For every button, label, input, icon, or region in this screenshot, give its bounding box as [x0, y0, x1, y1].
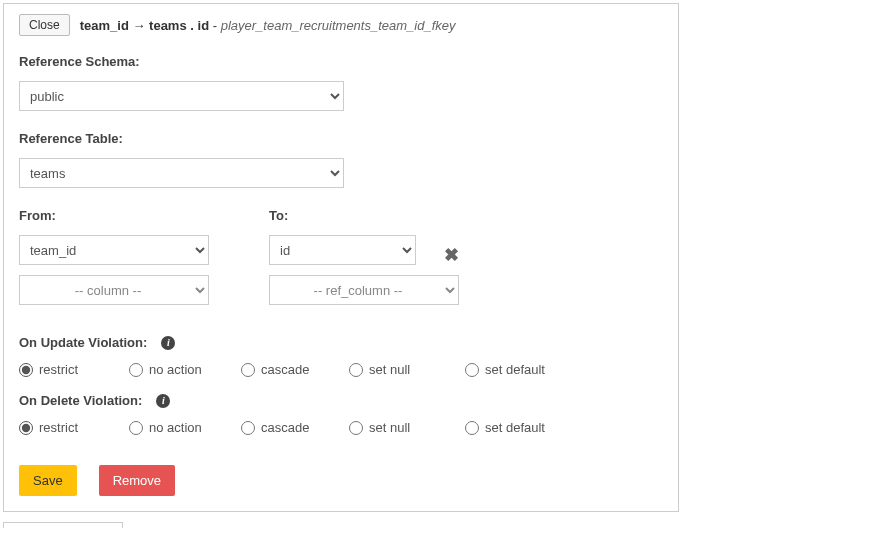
- action-buttons: Save Remove: [19, 465, 663, 496]
- on-update-label: On Update Violation:: [19, 335, 147, 350]
- from-column-group: From: team_id -- column --: [19, 208, 209, 315]
- radio-label: set null: [369, 420, 410, 435]
- fk-from-col: team_id: [80, 18, 129, 33]
- radio-input[interactable]: [241, 363, 255, 377]
- radio-label: set null: [369, 362, 410, 377]
- radio-input[interactable]: [241, 421, 255, 435]
- radio-input[interactable]: [349, 421, 363, 435]
- reference-table-label: Reference Table:: [19, 131, 663, 146]
- to-label: To:: [269, 208, 459, 223]
- radio-input[interactable]: [129, 363, 143, 377]
- close-button[interactable]: Close: [19, 14, 70, 36]
- on-update-option-no_action[interactable]: no action: [129, 362, 241, 377]
- fk-to-table: teams: [149, 18, 187, 33]
- fk-to-col: id: [198, 18, 210, 33]
- radio-label: cascade: [261, 362, 309, 377]
- on-update-option-set_null[interactable]: set null: [349, 362, 465, 377]
- radio-label: restrict: [39, 420, 78, 435]
- save-button[interactable]: Save: [19, 465, 77, 496]
- fk-editor-panel: Close team_id → teams . id - player_team…: [3, 3, 679, 512]
- on-delete-section: On Delete Violation: i restrictno action…: [19, 393, 663, 435]
- on-delete-label: On Delete Violation:: [19, 393, 142, 408]
- reference-table-select[interactable]: teams: [19, 158, 344, 188]
- on-delete-option-restrict[interactable]: restrict: [19, 420, 129, 435]
- from-label: From:: [19, 208, 209, 223]
- reference-schema-select[interactable]: public: [19, 81, 344, 111]
- radio-label: set default: [485, 420, 545, 435]
- to-column-add-select[interactable]: -- ref_column --: [269, 275, 459, 305]
- info-icon[interactable]: i: [161, 336, 175, 350]
- reference-schema-label: Reference Schema:: [19, 54, 663, 69]
- on-delete-option-set_default[interactable]: set default: [465, 420, 585, 435]
- radio-input[interactable]: [19, 363, 33, 377]
- radio-label: set default: [485, 362, 545, 377]
- on-update-options: restrictno actioncascadeset nullset defa…: [19, 362, 663, 377]
- radio-label: cascade: [261, 420, 309, 435]
- to-column-group: To: id ✖ -- ref_column --: [269, 208, 459, 315]
- panel-header: Close team_id → teams . id - player_team…: [19, 14, 663, 36]
- fk-title: team_id → teams . id - player_team_recru…: [80, 18, 456, 33]
- radio-input[interactable]: [465, 363, 479, 377]
- radio-input[interactable]: [19, 421, 33, 435]
- fk-constraint-name: player_team_recruitments_team_id_fkey: [221, 18, 456, 33]
- remove-button[interactable]: Remove: [99, 465, 175, 496]
- on-update-option-set_default[interactable]: set default: [465, 362, 585, 377]
- on-delete-options: restrictno actioncascadeset nullset defa…: [19, 420, 663, 435]
- radio-input[interactable]: [129, 421, 143, 435]
- info-icon[interactable]: i: [156, 394, 170, 408]
- remove-mapping-icon[interactable]: ✖: [444, 246, 459, 264]
- radio-label: no action: [149, 362, 202, 377]
- from-column-select[interactable]: team_id: [19, 235, 209, 265]
- reference-table-group: Reference Table: teams: [19, 131, 663, 188]
- radio-label: no action: [149, 420, 202, 435]
- to-column-select[interactable]: id: [269, 235, 416, 265]
- on-update-option-restrict[interactable]: restrict: [19, 362, 129, 377]
- radio-label: restrict: [39, 362, 78, 377]
- column-mapping: From: team_id -- column -- To: id ✖ -- r…: [19, 208, 663, 315]
- on-update-option-cascade[interactable]: cascade: [241, 362, 349, 377]
- reference-schema-group: Reference Schema: public: [19, 54, 663, 111]
- on-delete-option-set_null[interactable]: set null: [349, 420, 465, 435]
- radio-input[interactable]: [465, 421, 479, 435]
- collapsed-panel-stub: [3, 522, 123, 528]
- on-delete-option-no_action[interactable]: no action: [129, 420, 241, 435]
- radio-input[interactable]: [349, 363, 363, 377]
- from-column-add-select[interactable]: -- column --: [19, 275, 209, 305]
- on-delete-option-cascade[interactable]: cascade: [241, 420, 349, 435]
- on-update-section: On Update Violation: i restrictno action…: [19, 335, 663, 377]
